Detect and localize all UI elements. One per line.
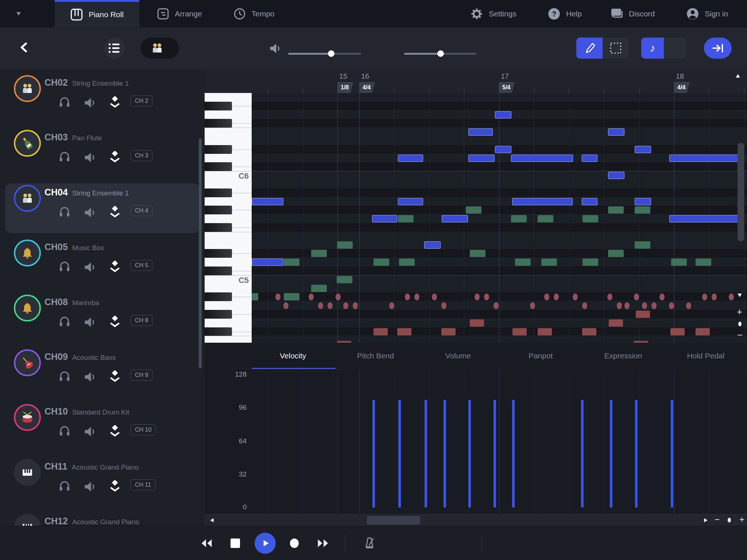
drum-hit-dot[interactable] [336, 293, 341, 300]
drum-hit-dot[interactable] [544, 293, 549, 300]
ghost-note[interactable] [337, 276, 352, 283]
midi-note[interactable] [608, 172, 624, 179]
track-item-ch04[interactable]: CH04String Ensemble 1CH 4 [5, 183, 200, 233]
speaker-icon[interactable] [84, 425, 96, 440]
velocity-bar[interactable] [635, 400, 638, 508]
black-key[interactable] [205, 267, 232, 275]
midi-note[interactable] [635, 146, 651, 153]
drum-hit-dot[interactable] [686, 302, 691, 309]
track-avatar[interactable] [14, 349, 41, 376]
drum-hit-dot[interactable] [484, 293, 489, 300]
midi-note[interactable] [635, 198, 651, 205]
back-button[interactable] [19, 42, 30, 54]
headphones-icon[interactable] [58, 480, 71, 493]
zoom-out-horizontal-button[interactable]: − [715, 514, 720, 525]
velocity-bar[interactable] [494, 400, 496, 508]
drum-note[interactable] [374, 328, 388, 335]
track-avatar[interactable] [14, 514, 41, 526]
ghost-note[interactable] [608, 206, 624, 214]
speaker-icon[interactable] [84, 151, 96, 166]
tab-tempo[interactable]: Tempo [223, 0, 285, 27]
track-item-ch05[interactable]: CH05Music BoxCH 5 [5, 238, 200, 288]
track-item-ch11[interactable]: CH11Acoustic Grand PianoCH 11 [5, 458, 200, 507]
controller-tab-volume[interactable]: Volume [417, 351, 499, 360]
nav-help-button[interactable]: ?Help [548, 0, 592, 27]
midi-note[interactable] [442, 215, 468, 222]
nav-settings-button[interactable]: Settings [471, 0, 531, 27]
ghost-note[interactable] [511, 215, 527, 222]
track-avatar[interactable] [14, 404, 41, 431]
drum-hit-dot[interactable] [659, 293, 665, 300]
drum-hit-dot[interactable] [343, 302, 348, 309]
drum-hit-dot[interactable] [309, 293, 314, 300]
track-item-ch03[interactable]: CH03Pan FluteCH 3 [5, 128, 200, 178]
ghost-note[interactable] [515, 258, 531, 266]
drum-note[interactable] [609, 319, 623, 327]
drum-note[interactable] [441, 328, 456, 335]
track-avatar[interactable] [14, 240, 41, 267]
layers-icon[interactable] [109, 480, 121, 493]
drum-hit-dot[interactable] [712, 293, 717, 300]
drum-hit-dot[interactable] [318, 302, 323, 309]
ghost-note[interactable] [635, 241, 650, 249]
drum-note[interactable] [512, 328, 527, 335]
black-key[interactable] [205, 292, 232, 301]
black-key[interactable] [205, 327, 232, 336]
marquee-tool-button[interactable] [603, 38, 629, 59]
velocity-bar[interactable] [425, 400, 427, 508]
midi-note[interactable] [424, 241, 441, 249]
ghost-note[interactable] [284, 258, 299, 266]
zoom-out-vertical-button[interactable]: − [737, 330, 743, 341]
horizontal-scrollbar[interactable]: −+ [205, 514, 747, 526]
controller-tab-velocity[interactable]: Velocity [252, 351, 334, 360]
time-signature-badge[interactable]: 5/4 [499, 82, 515, 93]
drum-hit-dot[interactable] [414, 293, 419, 300]
timeline-ruler[interactable]: 151/8164/4175/4184/4 [205, 69, 747, 93]
velocity-bar[interactable] [581, 400, 584, 508]
track-item-ch02[interactable]: CH02String Ensemble 1CH 2 [5, 74, 200, 123]
record-button[interactable] [290, 538, 299, 548]
zoom-in-horizontal-button[interactable]: + [739, 514, 744, 525]
controller-tab-panpot[interactable]: Panpot [499, 351, 582, 360]
headphones-icon[interactable] [58, 96, 71, 109]
velocity-bar[interactable] [468, 400, 471, 508]
pan-slider-thumb[interactable] [437, 50, 444, 57]
midi-note[interactable] [398, 198, 423, 205]
black-key[interactable] [205, 188, 232, 197]
midi-note[interactable] [512, 198, 573, 205]
headphones-icon[interactable] [58, 261, 71, 274]
drum-hit-dot[interactable] [475, 293, 480, 300]
layers-icon[interactable] [109, 96, 121, 109]
time-signature-badge[interactable]: 4/4 [360, 82, 375, 93]
drum-hit-dot[interactable] [554, 293, 559, 300]
black-key[interactable] [205, 102, 232, 110]
grid-vertical-scrollbar[interactable] [738, 143, 744, 241]
speaker-icon[interactable] [84, 206, 96, 221]
midi-note[interactable] [582, 198, 597, 205]
file-menu[interactable] [12, 0, 21, 27]
controller-tab-pitch-bend[interactable]: Pitch Bend [334, 351, 417, 360]
time-signature-badge[interactable]: 4/4 [674, 82, 690, 93]
headphones-icon[interactable] [58, 425, 71, 438]
midi-note[interactable] [468, 128, 493, 136]
ghost-note[interactable] [374, 258, 389, 266]
scroll-down-icon[interactable] [737, 292, 742, 299]
tab-piano-roll[interactable]: Piano Roll [55, 0, 139, 27]
track-list-scrollbar[interactable] [199, 139, 202, 368]
speaker-icon[interactable] [84, 96, 96, 111]
tab-arrange[interactable]: Arrange [148, 0, 212, 27]
layers-icon[interactable] [109, 425, 121, 438]
ghost-note[interactable] [252, 293, 258, 300]
black-key[interactable] [205, 162, 232, 171]
drum-hit-dot[interactable] [607, 293, 612, 300]
drum-note[interactable] [538, 328, 552, 335]
drum-hit-dot[interactable] [617, 302, 622, 309]
track-avatar[interactable] [14, 459, 41, 486]
nav-discord-button[interactable]: Discord [610, 0, 668, 27]
headphones-icon[interactable] [58, 370, 71, 384]
drum-hit-dot[interactable] [702, 293, 707, 300]
drum-hit-dot[interactable] [624, 302, 630, 309]
zoom-in-vertical-button[interactable]: + [737, 306, 742, 318]
drum-hit-dot[interactable] [642, 302, 647, 309]
midi-note[interactable] [252, 258, 283, 266]
